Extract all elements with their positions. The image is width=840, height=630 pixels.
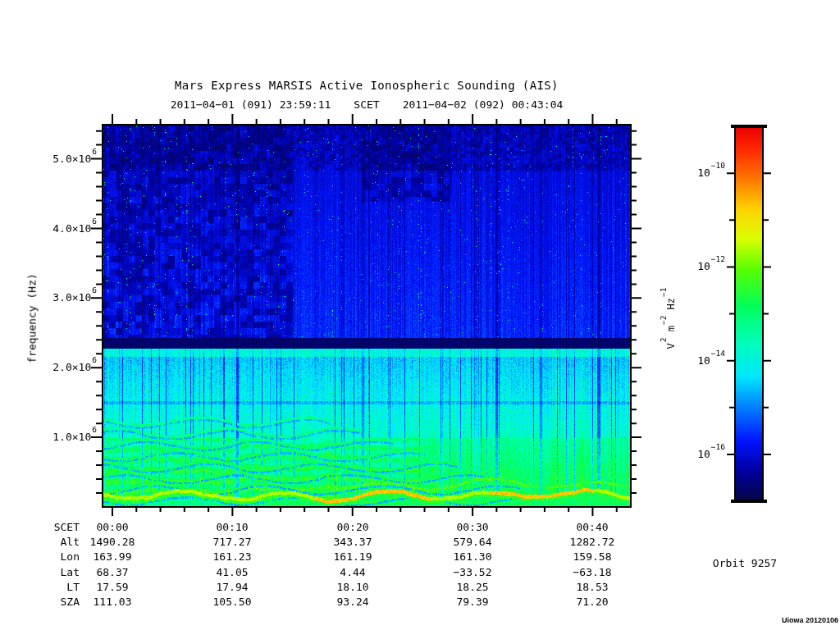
processing-watermark: Uiowa 20120106 — [782, 616, 838, 624]
eph-value: 00:10 — [179, 521, 285, 534]
eph-value: 18.25 — [419, 581, 526, 594]
eph-value: 18.53 — [539, 581, 646, 594]
eph-value: 4.44 — [299, 566, 406, 579]
eph-value: 00:00 — [59, 521, 166, 534]
eph-value: 93.24 — [299, 596, 406, 609]
eph-value: 159.58 — [539, 550, 646, 564]
eph-value: 00:30 — [419, 521, 526, 534]
eph-value: 71.20 — [539, 596, 646, 609]
eph-value: 717.27 — [179, 536, 285, 549]
eph-value: 343.37 — [299, 536, 406, 549]
ephemeris-row-sza: SZA 111.03 105.50 93.24 79.39 71.20 — [0, 596, 840, 609]
eph-value: 17.94 — [179, 581, 285, 594]
eph-value: 161.23 — [179, 550, 285, 564]
ephemeris-row-lt: LT 17.59 17.94 18.10 18.25 18.53 — [0, 581, 840, 594]
eph-value: 79.39 — [419, 596, 526, 609]
eph-value: 161.30 — [419, 550, 526, 564]
eph-value: −33.52 — [419, 566, 526, 579]
eph-value: 163.99 — [59, 550, 166, 564]
eph-value: 1490.28 — [59, 536, 166, 549]
eph-value: 41.05 — [179, 566, 285, 579]
orbit-label: Orbit 9257 — [693, 557, 797, 569]
ephemeris-row-scet: SCET 00:00 00:10 00:20 00:30 00:40 — [0, 521, 840, 534]
ephemeris-row-alt: Alt 1490.28 717.27 343.37 579.64 1282.72 — [0, 536, 840, 549]
eph-value: 579.64 — [419, 536, 526, 549]
eph-value: 1282.72 — [539, 536, 646, 549]
eph-value: 18.10 — [299, 581, 406, 594]
eph-value: 111.03 — [59, 596, 166, 609]
eph-value: 68.37 — [59, 566, 166, 579]
eph-value: 105.50 — [179, 596, 285, 609]
eph-value: 161.19 — [299, 550, 406, 564]
eph-value: 00:20 — [299, 521, 406, 534]
eph-value: −63.18 — [539, 566, 646, 579]
eph-value: 17.59 — [59, 581, 166, 594]
eph-value: 00:40 — [539, 521, 646, 534]
ephemeris-table: SCET 00:00 00:10 00:20 00:30 00:40 Alt 1… — [0, 0, 840, 630]
